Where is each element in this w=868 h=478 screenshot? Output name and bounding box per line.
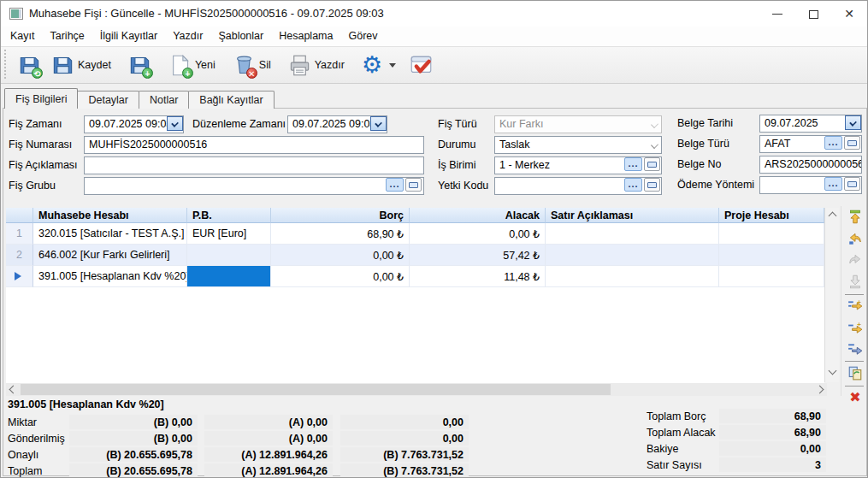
column-header-proje-hesabi[interactable]: Proje Hesabı: [719, 208, 824, 223]
tab-bagli-kayitlar[interactable]: Bağlı Kayıtlar: [188, 91, 274, 109]
close-button[interactable]: ✕: [831, 1, 867, 27]
print-button[interactable]: Yazdır: [283, 50, 350, 80]
menu-ilgili-kayitlar[interactable]: İlgili Kayıtlar: [92, 27, 165, 46]
cell-borc[interactable]: 68,90 ₺: [271, 223, 410, 245]
row-number-cell[interactable]: 1: [6, 223, 33, 245]
belge-turu-keyboard-button[interactable]: [844, 136, 860, 150]
summary-cell: 0,00: [340, 431, 469, 446]
tab-fis-bilgileri[interactable]: Fiş Bilgileri: [4, 88, 78, 109]
insert-row-above-button[interactable]: +: [847, 298, 864, 316]
menu-kayit[interactable]: Kayıt: [3, 27, 43, 46]
belge-tarihi-dropdown-button[interactable]: [845, 115, 861, 130]
cell-pb[interactable]: EUR [Euro]: [187, 223, 271, 245]
summary-label-onayli: Onaylı: [8, 449, 38, 461]
toolbar-gripper[interactable]: [3, 50, 8, 80]
grid-vertical-scrollbar[interactable]: [824, 208, 839, 382]
selected-account-title: 391.005 [Hesaplanan Kdv %20]: [8, 398, 164, 410]
column-header-muhasebe-hesabi[interactable]: Muhasebe Hesabı: [33, 208, 187, 223]
delete-button[interactable]: ✕ Sil: [227, 50, 276, 80]
menu-hesaplama[interactable]: Hesaplama: [271, 27, 340, 46]
grid-horizontal-scrollbar[interactable]: [6, 383, 827, 396]
duzenleme-zamani-dropdown-button[interactable]: [370, 116, 387, 131]
cell-alacak[interactable]: 11,48 ₺: [410, 266, 546, 287]
menu-yazdir[interactable]: Yazdır: [165, 27, 210, 46]
fis-aciklamasi-label: Fiş Açıklaması: [9, 159, 78, 171]
cell-proje[interactable]: [719, 223, 824, 245]
column-header-alacak[interactable]: Alacak: [410, 208, 546, 223]
tab-notlar[interactable]: Notlar: [139, 91, 189, 109]
fis-turu-label: Fiş Türü: [438, 118, 477, 130]
row-number-cell[interactable]: 2: [6, 245, 33, 266]
odeme-yontemi-keyboard-button[interactable]: [844, 177, 860, 191]
settings-button[interactable]: ⚙: [357, 50, 404, 80]
minimize-button[interactable]: [759, 1, 795, 27]
menu-gorev[interactable]: Görev: [340, 27, 385, 46]
fis-zamani-dropdown-button[interactable]: [167, 116, 183, 131]
yetki-kodu-lookup-button[interactable]: ...: [624, 178, 642, 192]
scroll-right-icon[interactable]: [816, 386, 824, 394]
scroll-up-icon[interactable]: [829, 212, 837, 221]
cell-hesap[interactable]: 391.005 [Hesaplanan Kdv %20]: [33, 266, 187, 287]
scroll-left-icon[interactable]: [9, 386, 18, 394]
column-header-rownum[interactable]: [6, 208, 33, 223]
cell-hesap[interactable]: 320.015 [Satıcılar - TEST A.Ş.]: [33, 223, 187, 245]
save-new-button[interactable]: +: [123, 50, 156, 80]
menu-sablonlar[interactable]: Şablonlar: [210, 27, 271, 46]
column-header-satir-aciklamasi[interactable]: Satır Açıklaması: [546, 208, 719, 223]
menu-tarihce[interactable]: Tarihçe: [43, 27, 92, 46]
cell-borc[interactable]: 0,00 ₺: [271, 245, 410, 266]
cell-proje[interactable]: [719, 266, 824, 287]
cell-proje[interactable]: [719, 245, 824, 266]
cell-satir-aciklamasi[interactable]: [546, 223, 719, 245]
move-bottom-icon: [847, 274, 863, 289]
printer-icon: [288, 54, 311, 77]
tab-detaylar[interactable]: Detaylar: [77, 91, 139, 109]
chevron-down-icon: [171, 120, 179, 127]
tab-strip: Fiş Bilgileri Detaylar Notlar Bağlı Kayı…: [4, 88, 274, 109]
scroll-down-icon[interactable]: [829, 367, 837, 375]
is-birimi-keyboard-button[interactable]: [644, 157, 660, 171]
cell-alacak[interactable]: 0,00 ₺: [410, 223, 546, 245]
approve-button[interactable]: [404, 50, 438, 80]
fis-numarasi-field[interactable]: MUHFİS2025000000516: [84, 136, 424, 154]
belge-turu-lookup-button[interactable]: ...: [824, 136, 842, 150]
maximize-button[interactable]: [795, 1, 831, 27]
fis-grubu-keyboard-button[interactable]: [405, 178, 422, 192]
move-row-button[interactable]: [847, 341, 864, 358]
insert-row-below-button[interactable]: +: [847, 320, 864, 337]
cell-satir-aciklamasi[interactable]: [546, 245, 719, 266]
column-header-pb[interactable]: P.B.: [187, 208, 271, 223]
undo-row-button[interactable]: [847, 231, 864, 248]
yetki-kodu-keyboard-button[interactable]: [644, 178, 660, 192]
fis-grubu-field[interactable]: [84, 177, 424, 195]
column-header-borc[interactable]: Borç: [271, 208, 410, 223]
odeme-yontemi-label: Ödeme Yöntemi: [677, 179, 754, 191]
cell-satir-aciklamasi[interactable]: [546, 266, 719, 287]
durumu-combo[interactable]: Taslak: [494, 136, 662, 154]
current-row-arrow-icon: [15, 272, 21, 280]
bakiye-value: 0,00: [719, 441, 826, 456]
delete-row-button[interactable]: ✖: [847, 389, 864, 406]
save-button[interactable]: Kaydet: [46, 50, 116, 80]
cell-pb-selected[interactable]: [187, 266, 271, 287]
new-button[interactable]: + Yeni: [163, 50, 221, 80]
cell-pb[interactable]: [187, 245, 271, 266]
copy-rows-button[interactable]: [847, 365, 864, 382]
reorder-rows-icon: [847, 341, 863, 357]
cell-borc[interactable]: 0,00 ₺: [271, 266, 410, 287]
menu-bar: Kayıt Tarihçe İlgili Kayıtlar Yazdır Şab…: [1, 27, 867, 46]
fis-aciklamasi-field[interactable]: [84, 156, 424, 174]
scrollbar-thumb[interactable]: [21, 384, 611, 395]
save-refresh-button[interactable]: ⟲: [13, 50, 46, 80]
settings-dropdown-arrow-icon[interactable]: [389, 63, 396, 68]
odeme-yontemi-lookup-button[interactable]: ...: [824, 177, 842, 191]
move-row-top-button[interactable]: [847, 209, 864, 227]
current-row-indicator[interactable]: [6, 266, 33, 287]
is-birimi-lookup-button[interactable]: ...: [624, 157, 642, 171]
svg-text:+: +: [857, 298, 861, 306]
belge-no-field[interactable]: ARS2025000000056: [759, 156, 862, 174]
cell-hesap[interactable]: 646.002 [Kur Farkı Gelirleri]: [33, 245, 187, 266]
cell-alacak[interactable]: 57,42 ₺: [410, 245, 546, 266]
fis-grubu-lookup-button[interactable]: ...: [386, 178, 404, 192]
fis-turu-combo[interactable]: Kur Farkı: [494, 115, 662, 133]
